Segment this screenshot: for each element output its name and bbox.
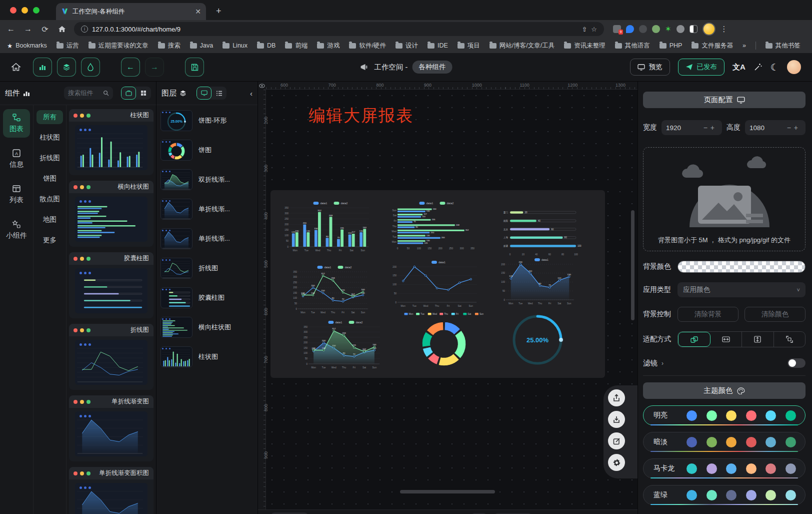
component-card-胶囊柱图[interactable]: 胶囊柱图 <box>69 252 154 318</box>
theme-row-马卡龙[interactable]: 马卡龙 <box>643 458 806 478</box>
width-value[interactable]: 1920 <box>666 124 681 132</box>
charts-panel-toggle-button[interactable] <box>33 58 52 77</box>
language-icon[interactable]: 文A <box>732 63 746 72</box>
minimize-window-button[interactable] <box>22 7 28 14</box>
extension-icon[interactable] <box>652 25 660 33</box>
preview-button[interactable]: 预览 <box>630 59 670 76</box>
filter-toggle[interactable] <box>788 358 806 368</box>
width-stepper[interactable]: 1920 −+ <box>662 120 722 135</box>
bookmark-item[interactable]: Linux <box>222 42 248 50</box>
dashboard-group[interactable]: data1data2050100150200250300350MonTueWed… <box>270 190 605 378</box>
star-extension-icon[interactable]: ✶ <box>665 25 672 34</box>
fit-height-button[interactable] <box>742 332 774 347</box>
undo-button[interactable]: ← <box>121 58 140 77</box>
other-bookmarks[interactable]: 其他书签 <box>766 42 800 50</box>
component-card-单折线渐变面积图[interactable]: 单折线渐变面积图 <box>69 467 154 514</box>
layer-item[interactable]: 饼图 <box>160 140 254 161</box>
home-icon[interactable] <box>11 63 21 72</box>
layer-item[interactable]: 单折线渐... <box>160 199 254 220</box>
gradient-area-chart[interactable]: data1data2050100150200250300350MonTueWed… <box>299 319 384 369</box>
background-color-swatch[interactable] <box>678 261 806 273</box>
layer-item[interactable]: 横向柱状图 <box>160 317 254 338</box>
collapse-panel-icon[interactable]: ‹ <box>250 89 252 98</box>
color-swatch[interactable] <box>766 463 776 474</box>
component-card-柱状图[interactable]: 柱状图 <box>69 109 154 175</box>
bookmark-item[interactable]: 文件服务器 <box>692 42 733 50</box>
grid-view-button[interactable] <box>136 87 151 100</box>
user-avatar[interactable] <box>787 60 801 74</box>
layer-item[interactable]: 胶囊柱图 <box>160 287 254 308</box>
project-name-badge[interactable]: 各种组件 <box>412 61 452 74</box>
vertical-scrollbar[interactable] <box>631 210 634 320</box>
stepper-buttons[interactable]: −+ <box>787 124 801 132</box>
layer-item[interactable]: 25.00%饼图-环形 <box>160 110 254 131</box>
forward-icon[interactable]: → <box>23 25 33 34</box>
dark-mode-icon[interactable]: ☾ <box>770 62 779 73</box>
single-view-button[interactable] <box>121 87 136 100</box>
new-tab-button[interactable]: + <box>216 6 222 17</box>
bookmark-item[interactable]: 运营 <box>56 42 79 50</box>
color-swatch[interactable] <box>746 463 756 474</box>
browser-tab[interactable]: 工作空间-各种组件 ✕ <box>56 3 206 20</box>
line-chart[interactable]: data1data2050100150200250300350MonTueWed… <box>288 264 372 314</box>
category-散点图[interactable]: 散点图 <box>36 192 63 206</box>
extension-icon[interactable] <box>690 25 698 33</box>
color-swatch[interactable] <box>766 490 776 500</box>
component-search[interactable] <box>64 87 113 100</box>
theme-row-蓝绿[interactable]: 蓝绿 <box>643 485 806 505</box>
bookmark-item[interactable]: Java <box>190 42 213 50</box>
bookmark-item[interactable]: 前端 <box>285 42 308 50</box>
color-swatch[interactable] <box>746 437 756 447</box>
bookmark-item[interactable]: 搜索 <box>158 42 180 50</box>
bookmark-item[interactable]: 游戏 <box>317 42 340 50</box>
capsule-chart[interactable]: 厦门20南阳40北京60上海80新疆100020406080100 <box>498 205 584 256</box>
close-window-button[interactable] <box>10 7 16 14</box>
puzzle-icon[interactable] <box>676 25 684 33</box>
extension-icon[interactable] <box>639 25 647 33</box>
clear-color-button[interactable]: 清除颜色 <box>744 307 806 322</box>
color-swatch[interactable] <box>706 463 717 474</box>
category-柱状图[interactable]: 柱状图 <box>36 131 63 145</box>
horizontal-scrollbar[interactable] <box>400 490 495 493</box>
design-canvas[interactable]: 6007008009001000110012001300 20030040050… <box>258 82 638 509</box>
color-swatch[interactable] <box>686 410 697 421</box>
theme-row-暗淡[interactable]: 暗淡 <box>643 432 806 452</box>
edit-button[interactable] <box>608 432 625 449</box>
gradient-line-chart[interactable]: data1050100150200MonTueWedThuFriSatSun12… <box>496 257 578 305</box>
component-tab-图表[interactable]: 图表 <box>3 109 30 138</box>
profile-avatar[interactable] <box>702 23 716 36</box>
layer-item[interactable]: 双折线渐... <box>160 169 254 190</box>
component-card-折线图[interactable]: 折线图 <box>69 324 154 390</box>
chevron-right-icon[interactable]: › <box>662 360 664 367</box>
publish-button[interactable]: 已发布 <box>678 59 725 76</box>
fit-scale-button[interactable] <box>678 332 710 347</box>
pie-chart[interactable]: MonTueWedThuFriSatSun <box>402 312 486 368</box>
bookmark-item[interactable]: 近期需要读的文章 <box>88 42 148 50</box>
download-button[interactable] <box>608 411 625 428</box>
height-value[interactable]: 1080 <box>750 124 764 132</box>
color-swatch[interactable] <box>746 490 756 500</box>
theme-color-header[interactable]: 主题颜色 <box>643 382 806 399</box>
bookmark-item[interactable]: 网站/博客/文章/工具 <box>490 42 554 50</box>
home-icon[interactable] <box>57 25 67 33</box>
component-tab-列表[interactable]: 列表 <box>3 180 30 209</box>
color-swatch[interactable] <box>686 463 697 474</box>
color-swatch[interactable] <box>726 410 736 421</box>
color-swatch[interactable] <box>726 463 736 474</box>
single-line-chart[interactable]: data1050100150200MonTueWedThuFriSatSun <box>388 259 481 308</box>
bookmark-star-icon[interactable]: ☆ <box>591 26 597 33</box>
color-swatch[interactable] <box>686 490 697 500</box>
window-controls[interactable] <box>10 7 40 14</box>
share-icon[interactable]: ⇧ <box>582 26 587 33</box>
layers-panel-toggle-button[interactable] <box>57 58 76 77</box>
bookmark-item[interactable]: DB <box>257 42 276 50</box>
stepper-buttons[interactable]: −+ <box>704 124 718 132</box>
location-pin-icon[interactable] <box>626 25 634 33</box>
dashboard-title-text[interactable]: 编辑大屏报表 <box>308 105 414 127</box>
app-type-select[interactable]: 应用颜色˅ <box>678 282 806 297</box>
fit-width-button[interactable] <box>710 332 742 347</box>
export-button[interactable] <box>608 389 625 406</box>
category-所有[interactable]: 所有 <box>36 110 63 124</box>
color-swatch[interactable] <box>766 437 776 447</box>
horizontal-bar-chart[interactable]: data1data2050100150200250300350MonTueWed… <box>388 200 477 250</box>
